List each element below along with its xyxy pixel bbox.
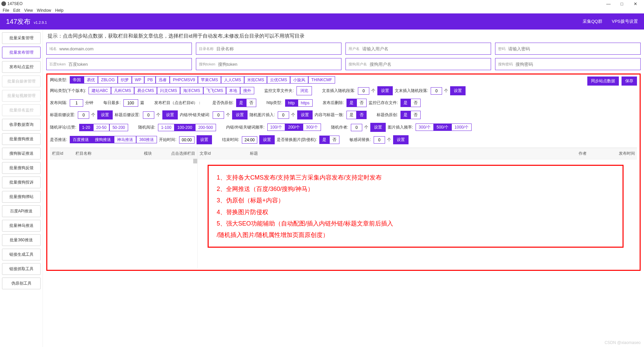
close-button[interactable]: ✕ (631, 1, 640, 6)
next-ver-option[interactable]: 飞飞CMS (203, 87, 226, 94)
suffix-set-button[interactable]: 设置 (450, 86, 466, 95)
author-set-button[interactable]: 设置 (370, 123, 386, 132)
read-option[interactable]: 200-500 (195, 124, 216, 131)
site-type-option[interactable]: 小旋风 (290, 76, 308, 84)
push-option[interactable]: 神马推送 (114, 136, 136, 143)
site-type-option[interactable]: WP (132, 76, 144, 84)
row2-input-3[interactable] (516, 62, 638, 67)
next-ver-option[interactable]: 闪灵CMS (157, 87, 180, 94)
link-freq-option[interactable]: 300/个 (303, 123, 321, 131)
save-button[interactable]: 保存 (622, 77, 637, 86)
row2-input-2[interactable] (370, 62, 488, 67)
http-option[interactable]: http (285, 99, 298, 107)
http-option[interactable]: https (298, 99, 313, 107)
next-ver-option[interactable]: 海洋CMS (180, 87, 203, 94)
next-ver-option[interactable]: 搜外 (240, 87, 254, 94)
menu-view[interactable]: View (24, 8, 33, 13)
comment-option[interactable]: 1-20 (79, 124, 93, 131)
content-title-toggle[interactable]: 是否 (346, 111, 367, 119)
row1-input-0[interactable] (59, 46, 189, 51)
sidebar-item-0[interactable]: 批量采集管理 (2, 32, 41, 44)
img-freq-option[interactable]: 1000/个 (451, 123, 472, 131)
header-link-qq[interactable]: 采集QQ群 (583, 18, 602, 24)
monitor-exist-toggle[interactable]: 是否 (400, 99, 421, 107)
row1-input-1[interactable] (216, 46, 338, 51)
comment-option[interactable]: 20-50 (93, 124, 110, 131)
row2-input-1[interactable] (218, 62, 338, 67)
sidebar-item-1[interactable]: 批量发布管理 (2, 47, 41, 58)
next-ver-option[interactable]: 建站ABC (89, 87, 111, 94)
site-type-option[interactable]: PB (144, 76, 156, 84)
site-type-option[interactable]: 帝国 (70, 76, 84, 84)
site-type-option[interactable]: 云优CMS (267, 76, 290, 84)
title-suffix-input[interactable] (143, 111, 154, 119)
img-freq-option[interactable]: 500/个 (434, 123, 451, 131)
next-ver-option[interactable]: 本地 (226, 87, 240, 94)
th-article-title[interactable]: 标题 (248, 148, 335, 159)
pseudo-toggle[interactable]: 是否 (236, 99, 256, 107)
sidebar-item-12[interactable]: 百度API推送 (2, 205, 41, 217)
sens-set-button[interactable]: 设置 (393, 135, 409, 144)
site-type-option[interactable]: THINKCMF (308, 76, 335, 84)
sidebar-item-10[interactable]: 批量搜狗投诉 (2, 177, 41, 188)
th-article-id[interactable]: 文章id (198, 148, 248, 159)
link-freq-option[interactable]: 200/个 (285, 123, 303, 131)
sidebar-item-17[interactable]: 伪原创工具 (2, 278, 41, 289)
sidebar-item-15[interactable]: 链接生成工具 (2, 249, 41, 260)
link-kw-set-button[interactable]: 设置 (232, 110, 248, 119)
site-type-option[interactable]: 迅睿 (156, 76, 170, 84)
push-option[interactable]: 百度推送 (70, 136, 92, 143)
site-type-option[interactable]: PHPCMSV9 (170, 76, 198, 84)
rand-img-set-button[interactable]: 设置 (297, 110, 313, 119)
scrollbar-icon[interactable] (193, 159, 197, 163)
menu-file[interactable]: File (3, 8, 9, 13)
sidebar-item-2[interactable]: 发布站点监控 (2, 61, 41, 73)
row2-input-0[interactable] (68, 62, 189, 67)
next-ver-option[interactable]: 易企CMS (134, 87, 157, 94)
sidebar-item-14[interactable]: 批量360推送 (2, 234, 41, 246)
site-type-option[interactable]: 易优 (84, 76, 98, 84)
daily-input[interactable] (123, 99, 138, 107)
site-type-option[interactable]: 米拓CMS (244, 76, 267, 84)
th-article-time[interactable]: 发布时间 (607, 148, 637, 159)
minimize-button[interactable]: — (604, 1, 613, 6)
sidebar-item-9[interactable]: 批量搜狗反馈 (2, 162, 41, 174)
th-col-name[interactable]: 栏目名称 (73, 148, 117, 159)
read-option[interactable]: 1-100 (158, 124, 174, 131)
end-time-input[interactable] (242, 136, 257, 144)
sidebar-item-16[interactable]: 链接抓取工具 (2, 263, 41, 275)
sidebar-item-11[interactable]: 批量搜狗绑站 (2, 191, 41, 203)
suffix-count-input[interactable] (431, 87, 442, 95)
header-link-vps[interactable]: VPS拨号设置 (612, 18, 638, 24)
interval-input[interactable] (70, 99, 83, 107)
prefix-set-button[interactable]: 设置 (377, 86, 393, 95)
sidebar-item-6[interactable]: 收录数据查询 (2, 119, 41, 131)
link-freq-option[interactable]: 100/个 (267, 123, 285, 131)
title-pseudo-toggle[interactable]: 是否 (400, 111, 421, 119)
sidebar-item-7[interactable]: 批量搜狗推送 (2, 133, 41, 145)
sens-input[interactable] (374, 136, 385, 144)
start-time-input[interactable] (179, 136, 195, 144)
site-type-option[interactable]: 苹果CMS (198, 76, 221, 84)
author-input[interactable] (351, 124, 362, 131)
push-option[interactable]: 搜狗推送 (92, 136, 114, 143)
replace-img-toggle[interactable]: 是否 (319, 136, 339, 144)
th-col-id[interactable]: 栏目id (50, 148, 73, 159)
push-option[interactable]: 360推送 (136, 136, 157, 143)
sync-button[interactable]: 同步站点数据 (587, 77, 619, 86)
row1-input-2[interactable] (362, 46, 488, 51)
img-freq-option[interactable]: 300/个 (416, 123, 433, 131)
maximize-button[interactable]: □ (617, 1, 627, 6)
prefix-count-input[interactable] (358, 87, 369, 95)
site-type-option[interactable]: 人人CMS (221, 76, 244, 84)
link-kw-input[interactable] (213, 111, 224, 119)
site-type-option[interactable]: 织梦 (118, 76, 132, 84)
sidebar-item-8[interactable]: 搜狗验证推送 (2, 148, 41, 159)
title-prefix-set-button[interactable]: 设置 (97, 110, 113, 119)
menu-edit[interactable]: Edit (13, 8, 20, 13)
rand-img-input[interactable] (278, 111, 289, 119)
th-col-select[interactable]: 点击选择栏目 (154, 148, 197, 159)
menu-window[interactable]: Window (37, 8, 51, 13)
menu-help[interactable]: Help (55, 8, 64, 13)
row1-input-3[interactable] (508, 46, 638, 51)
